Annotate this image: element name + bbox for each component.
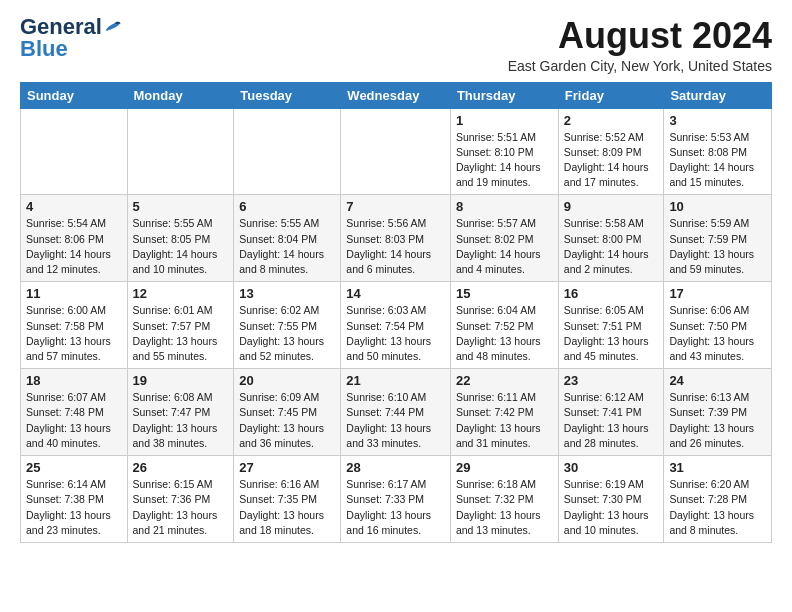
day-number: 9	[564, 199, 659, 214]
day-number: 28	[346, 460, 445, 475]
day-number: 18	[26, 373, 122, 388]
day-info: Sunrise: 6:02 AM Sunset: 7:55 PM Dayligh…	[239, 303, 335, 364]
calendar-cell: 24Sunrise: 6:13 AM Sunset: 7:39 PM Dayli…	[664, 369, 772, 456]
day-info: Sunrise: 5:57 AM Sunset: 8:02 PM Dayligh…	[456, 216, 553, 277]
day-number: 24	[669, 373, 766, 388]
day-info: Sunrise: 6:00 AM Sunset: 7:58 PM Dayligh…	[26, 303, 122, 364]
day-info: Sunrise: 6:11 AM Sunset: 7:42 PM Dayligh…	[456, 390, 553, 451]
day-info: Sunrise: 6:12 AM Sunset: 7:41 PM Dayligh…	[564, 390, 659, 451]
day-number: 30	[564, 460, 659, 475]
day-info: Sunrise: 6:20 AM Sunset: 7:28 PM Dayligh…	[669, 477, 766, 538]
calendar-cell: 11Sunrise: 6:00 AM Sunset: 7:58 PM Dayli…	[21, 282, 128, 369]
day-number: 5	[133, 199, 229, 214]
calendar-cell: 21Sunrise: 6:10 AM Sunset: 7:44 PM Dayli…	[341, 369, 451, 456]
weekday-header-saturday: Saturday	[664, 82, 772, 108]
calendar-cell: 10Sunrise: 5:59 AM Sunset: 7:59 PM Dayli…	[664, 195, 772, 282]
day-number: 25	[26, 460, 122, 475]
week-row-2: 4Sunrise: 5:54 AM Sunset: 8:06 PM Daylig…	[21, 195, 772, 282]
calendar-cell	[234, 108, 341, 195]
calendar-cell: 14Sunrise: 6:03 AM Sunset: 7:54 PM Dayli…	[341, 282, 451, 369]
day-info: Sunrise: 6:13 AM Sunset: 7:39 PM Dayligh…	[669, 390, 766, 451]
day-number: 19	[133, 373, 229, 388]
day-info: Sunrise: 5:53 AM Sunset: 8:08 PM Dayligh…	[669, 130, 766, 191]
calendar-cell: 8Sunrise: 5:57 AM Sunset: 8:02 PM Daylig…	[450, 195, 558, 282]
calendar-cell: 25Sunrise: 6:14 AM Sunset: 7:38 PM Dayli…	[21, 456, 128, 543]
page-header: General Blue August 2024 East Garden Cit…	[20, 16, 772, 74]
calendar-cell: 19Sunrise: 6:08 AM Sunset: 7:47 PM Dayli…	[127, 369, 234, 456]
calendar-cell: 29Sunrise: 6:18 AM Sunset: 7:32 PM Dayli…	[450, 456, 558, 543]
logo: General Blue	[20, 16, 122, 60]
calendar-cell: 7Sunrise: 5:56 AM Sunset: 8:03 PM Daylig…	[341, 195, 451, 282]
day-info: Sunrise: 6:03 AM Sunset: 7:54 PM Dayligh…	[346, 303, 445, 364]
day-number: 13	[239, 286, 335, 301]
day-info: Sunrise: 5:55 AM Sunset: 8:04 PM Dayligh…	[239, 216, 335, 277]
calendar-cell: 27Sunrise: 6:16 AM Sunset: 7:35 PM Dayli…	[234, 456, 341, 543]
weekday-header-tuesday: Tuesday	[234, 82, 341, 108]
week-row-3: 11Sunrise: 6:00 AM Sunset: 7:58 PM Dayli…	[21, 282, 772, 369]
week-row-1: 1Sunrise: 5:51 AM Sunset: 8:10 PM Daylig…	[21, 108, 772, 195]
day-number: 14	[346, 286, 445, 301]
calendar-cell: 2Sunrise: 5:52 AM Sunset: 8:09 PM Daylig…	[558, 108, 664, 195]
day-info: Sunrise: 5:51 AM Sunset: 8:10 PM Dayligh…	[456, 130, 553, 191]
day-number: 26	[133, 460, 229, 475]
calendar-cell: 3Sunrise: 5:53 AM Sunset: 8:08 PM Daylig…	[664, 108, 772, 195]
day-number: 16	[564, 286, 659, 301]
calendar-cell: 23Sunrise: 6:12 AM Sunset: 7:41 PM Dayli…	[558, 369, 664, 456]
day-info: Sunrise: 6:19 AM Sunset: 7:30 PM Dayligh…	[564, 477, 659, 538]
day-number: 21	[346, 373, 445, 388]
day-number: 23	[564, 373, 659, 388]
day-number: 10	[669, 199, 766, 214]
location: East Garden City, New York, United State…	[508, 58, 772, 74]
logo-part2: Blue	[20, 38, 68, 60]
calendar-cell	[127, 108, 234, 195]
day-info: Sunrise: 6:05 AM Sunset: 7:51 PM Dayligh…	[564, 303, 659, 364]
calendar-table: SundayMondayTuesdayWednesdayThursdayFrid…	[20, 82, 772, 543]
logo-bird-icon	[104, 20, 122, 34]
weekday-header-friday: Friday	[558, 82, 664, 108]
day-number: 17	[669, 286, 766, 301]
day-number: 4	[26, 199, 122, 214]
day-number: 3	[669, 113, 766, 128]
day-info: Sunrise: 5:54 AM Sunset: 8:06 PM Dayligh…	[26, 216, 122, 277]
day-info: Sunrise: 6:14 AM Sunset: 7:38 PM Dayligh…	[26, 477, 122, 538]
weekday-header-row: SundayMondayTuesdayWednesdayThursdayFrid…	[21, 82, 772, 108]
calendar-cell: 20Sunrise: 6:09 AM Sunset: 7:45 PM Dayli…	[234, 369, 341, 456]
calendar-cell: 16Sunrise: 6:05 AM Sunset: 7:51 PM Dayli…	[558, 282, 664, 369]
calendar-cell: 12Sunrise: 6:01 AM Sunset: 7:57 PM Dayli…	[127, 282, 234, 369]
day-info: Sunrise: 5:59 AM Sunset: 7:59 PM Dayligh…	[669, 216, 766, 277]
calendar-cell: 31Sunrise: 6:20 AM Sunset: 7:28 PM Dayli…	[664, 456, 772, 543]
day-info: Sunrise: 6:09 AM Sunset: 7:45 PM Dayligh…	[239, 390, 335, 451]
month-title: August 2024	[508, 16, 772, 56]
day-number: 15	[456, 286, 553, 301]
day-number: 31	[669, 460, 766, 475]
day-info: Sunrise: 6:01 AM Sunset: 7:57 PM Dayligh…	[133, 303, 229, 364]
calendar-cell: 22Sunrise: 6:11 AM Sunset: 7:42 PM Dayli…	[450, 369, 558, 456]
weekday-header-monday: Monday	[127, 82, 234, 108]
day-info: Sunrise: 6:08 AM Sunset: 7:47 PM Dayligh…	[133, 390, 229, 451]
calendar-cell: 15Sunrise: 6:04 AM Sunset: 7:52 PM Dayli…	[450, 282, 558, 369]
calendar-cell: 1Sunrise: 5:51 AM Sunset: 8:10 PM Daylig…	[450, 108, 558, 195]
week-row-4: 18Sunrise: 6:07 AM Sunset: 7:48 PM Dayli…	[21, 369, 772, 456]
day-info: Sunrise: 6:07 AM Sunset: 7:48 PM Dayligh…	[26, 390, 122, 451]
week-row-5: 25Sunrise: 6:14 AM Sunset: 7:38 PM Dayli…	[21, 456, 772, 543]
day-number: 1	[456, 113, 553, 128]
day-info: Sunrise: 6:10 AM Sunset: 7:44 PM Dayligh…	[346, 390, 445, 451]
day-number: 20	[239, 373, 335, 388]
calendar-cell: 13Sunrise: 6:02 AM Sunset: 7:55 PM Dayli…	[234, 282, 341, 369]
day-info: Sunrise: 6:15 AM Sunset: 7:36 PM Dayligh…	[133, 477, 229, 538]
calendar-cell	[341, 108, 451, 195]
calendar-cell	[21, 108, 128, 195]
day-number: 11	[26, 286, 122, 301]
day-info: Sunrise: 6:17 AM Sunset: 7:33 PM Dayligh…	[346, 477, 445, 538]
day-info: Sunrise: 6:18 AM Sunset: 7:32 PM Dayligh…	[456, 477, 553, 538]
calendar-cell: 30Sunrise: 6:19 AM Sunset: 7:30 PM Dayli…	[558, 456, 664, 543]
calendar-cell: 28Sunrise: 6:17 AM Sunset: 7:33 PM Dayli…	[341, 456, 451, 543]
day-number: 27	[239, 460, 335, 475]
day-number: 29	[456, 460, 553, 475]
day-info: Sunrise: 6:16 AM Sunset: 7:35 PM Dayligh…	[239, 477, 335, 538]
weekday-header-thursday: Thursday	[450, 82, 558, 108]
day-info: Sunrise: 6:04 AM Sunset: 7:52 PM Dayligh…	[456, 303, 553, 364]
day-number: 2	[564, 113, 659, 128]
calendar-cell: 4Sunrise: 5:54 AM Sunset: 8:06 PM Daylig…	[21, 195, 128, 282]
day-info: Sunrise: 6:06 AM Sunset: 7:50 PM Dayligh…	[669, 303, 766, 364]
